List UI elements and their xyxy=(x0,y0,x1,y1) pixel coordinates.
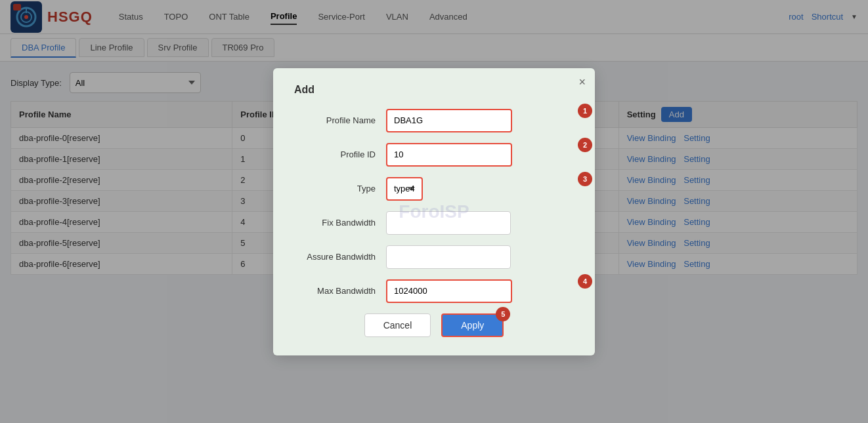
profile-id-input[interactable] xyxy=(386,143,512,167)
form-row-profile-id: Profile ID 2 xyxy=(294,143,574,167)
assure-bandwidth-label: Assure Bandwidth xyxy=(294,252,386,262)
step-badge-2: 2 xyxy=(578,138,592,152)
max-bandwidth-wrapper: 4 xyxy=(386,279,574,286)
form-row-assure-bandwidth: Assure Bandwidth xyxy=(294,245,574,269)
form-row-profile-name: Profile Name 1 xyxy=(294,109,574,132)
max-bandwidth-input[interactable] xyxy=(386,279,512,286)
fix-bandwidth-label: Fix Bandwidth xyxy=(294,218,386,228)
fix-bandwidth-input[interactable] xyxy=(386,211,511,235)
modal-overlay: Add × Profile Name 1 Profile ID 2 Type t… xyxy=(0,0,868,285)
type-wrapper: type1 type2 type3 type4 type5 3 xyxy=(386,177,574,201)
step-badge-4: 4 xyxy=(578,274,592,286)
fix-bandwidth-wrapper xyxy=(386,211,574,235)
modal: Add × Profile Name 1 Profile ID 2 Type t… xyxy=(273,68,595,286)
form-row-max-bandwidth: Max Bandwidth 4 xyxy=(294,279,574,286)
assure-bandwidth-wrapper xyxy=(386,245,574,269)
profile-name-wrapper: 1 xyxy=(386,109,574,132)
profile-name-input[interactable] xyxy=(386,109,512,132)
type-label: Type xyxy=(294,184,386,193)
profile-name-label: Profile Name xyxy=(294,115,386,125)
form-row-fix-bandwidth: Fix Bandwidth xyxy=(294,211,574,235)
step-badge-3: 3 xyxy=(578,172,592,186)
modal-title: Add xyxy=(294,84,574,96)
assure-bandwidth-input[interactable] xyxy=(386,245,511,269)
profile-id-label: Profile ID xyxy=(294,150,386,159)
form-row-type: Type type1 type2 type3 type4 type5 3 xyxy=(294,177,574,201)
type-select[interactable]: type1 type2 type3 type4 type5 xyxy=(386,177,423,201)
profile-id-wrapper: 2 xyxy=(386,143,574,167)
step-badge-1: 1 xyxy=(578,104,592,118)
modal-close-button[interactable]: × xyxy=(578,76,586,88)
